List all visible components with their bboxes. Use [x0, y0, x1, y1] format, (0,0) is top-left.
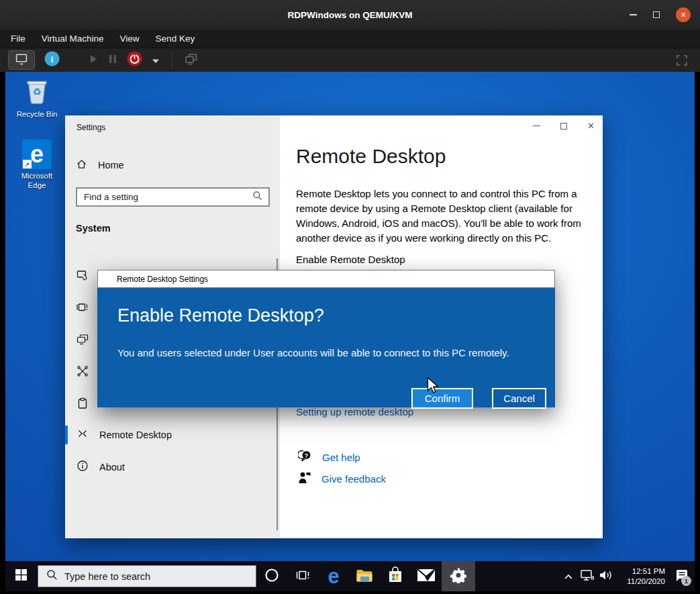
- taskbar-search-input[interactable]: [58, 571, 256, 583]
- recycle-bin-icon: ♻: [23, 95, 50, 107]
- give-feedback-row[interactable]: Give feedback: [298, 471, 386, 487]
- pause-button[interactable]: [108, 54, 117, 67]
- home-icon: [76, 158, 87, 172]
- action-center-button[interactable]: 1: [669, 561, 695, 591]
- remote-desktop-dialog: Remote Desktop Settings Enable Remote De…: [97, 270, 555, 407]
- task-view-icon: [296, 569, 309, 584]
- taskbar-clock[interactable]: 12:51 PM 11/20/2020: [617, 566, 665, 587]
- remote-desktop-icon: [77, 428, 89, 442]
- desktop-icon-microsoft-edge[interactable]: e ↗ Microsoft Edge: [15, 140, 59, 190]
- svg-text:?: ?: [305, 452, 309, 459]
- edge-icon: e ↗: [22, 140, 52, 169]
- dialog-titlebar[interactable]: Remote Desktop Settings: [97, 270, 555, 288]
- vm-maximize-icon[interactable]: [653, 11, 660, 18]
- speaker-icon: [599, 569, 613, 584]
- file-explorer-button[interactable]: [349, 561, 380, 591]
- sidebar-item-remote-desktop[interactable]: Remote Desktop: [65, 425, 280, 445]
- run-button[interactable]: [88, 54, 99, 67]
- task-view-button[interactable]: [287, 561, 318, 591]
- vm-close-icon[interactable]: ✕: [676, 7, 691, 22]
- get-help-link[interactable]: Get help: [322, 452, 360, 463]
- menu-view[interactable]: View: [120, 34, 140, 44]
- mail-icon: [417, 568, 436, 585]
- menu-file[interactable]: File: [11, 34, 26, 44]
- about-icon: [77, 460, 89, 475]
- mouse-cursor: [427, 377, 438, 396]
- sidebar-item-tablet[interactable]: [77, 269, 89, 284]
- sidebar-item-about[interactable]: About: [65, 457, 280, 477]
- displays-icon: [185, 53, 198, 68]
- console-view-button[interactable]: [8, 50, 35, 70]
- windows-taskbar: e 12:51 PM 11/20/2020: [5, 561, 695, 591]
- settings-close-icon[interactable]: ✕: [587, 121, 595, 131]
- power-icon: [127, 51, 142, 69]
- screen: RDPWindows on QEMU/KVM ✕ File Virtual Ma…: [0, 0, 700, 594]
- virtual-displays-button[interactable]: [185, 53, 198, 68]
- page-description: Remote Desktop lets you connect to and c…: [296, 187, 583, 246]
- menu-send-key[interactable]: Send Key: [156, 34, 195, 44]
- settings-taskbar-button[interactable]: [442, 561, 475, 591]
- dialog-message: You and users selected under User accoun…: [117, 347, 509, 358]
- get-help-row[interactable]: ? Get help: [298, 449, 360, 465]
- vm-minimize-icon[interactable]: [630, 14, 637, 15]
- cancel-button[interactable]: Cancel: [492, 388, 546, 409]
- search-icon: [46, 569, 58, 583]
- start-button[interactable]: [5, 561, 36, 591]
- sidebar-section-system: System: [76, 223, 111, 234]
- cortana-button[interactable]: [256, 561, 287, 591]
- play-icon: [88, 54, 99, 67]
- desktop-icon-label: Recycle Bin: [15, 109, 59, 119]
- confirm-button[interactable]: Confirm: [411, 388, 473, 409]
- page-title: Remote Desktop: [296, 145, 446, 168]
- settings-search-input[interactable]: [77, 192, 252, 202]
- enable-remote-desktop-label: Enable Remote Desktop: [296, 254, 405, 265]
- fullscreen-button[interactable]: [676, 54, 688, 69]
- shutdown-menu-button[interactable]: [152, 54, 160, 66]
- taskbar-search-box[interactable]: [38, 565, 256, 587]
- vm-menubar: File Virtual Machine View Send Key: [0, 30, 700, 48]
- folder-icon: [356, 568, 373, 585]
- shortcut-arrow-icon: ↗: [23, 160, 32, 168]
- desktop-icon-label: Microsoft Edge: [15, 171, 59, 190]
- cortana-icon: [264, 568, 279, 585]
- sidebar-item-home[interactable]: Home: [76, 158, 124, 172]
- setup-remote-desktop-link[interactable]: Setting up remote desktop: [296, 406, 413, 417]
- settings-window-title: Settings: [77, 123, 105, 132]
- svg-text:♻: ♻: [32, 87, 41, 97]
- desktop-icon-recycle-bin[interactable]: ♻ Recycle Bin: [15, 77, 59, 119]
- settings-minimize-icon[interactable]: [533, 126, 540, 127]
- edge-icon: e: [328, 566, 339, 587]
- dialog-body: Enable Remote Desktop? You and users sel…: [97, 288, 555, 407]
- notification-badge: 1: [681, 576, 691, 586]
- sidebar-item-projecting[interactable]: [77, 333, 89, 348]
- give-feedback-link[interactable]: Give feedback: [321, 473, 386, 485]
- volume-button[interactable]: [597, 561, 615, 591]
- settings-search-box[interactable]: [76, 187, 270, 207]
- dialog-title: Remote Desktop Settings: [117, 275, 208, 284]
- multitasking-icon: [77, 304, 89, 315]
- ethernet-icon: [580, 568, 595, 585]
- sidebar-item-multitasking[interactable]: [77, 301, 89, 316]
- menu-virtual-machine[interactable]: Virtual Machine: [42, 34, 104, 44]
- get-help-icon: ?: [298, 449, 312, 465]
- svg-text:i: i: [51, 54, 54, 64]
- system-tray: 12:51 PM 11/20/2020 1: [559, 561, 695, 591]
- selected-accent-bar: [65, 426, 68, 444]
- settings-maximize-icon[interactable]: [560, 123, 567, 130]
- edge-taskbar-button[interactable]: e: [318, 561, 349, 591]
- vm-titlebar[interactable]: RDPWindows on QEMU/KVM ✕: [0, 0, 700, 30]
- clock-date: 11/20/2020: [617, 577, 665, 587]
- vm-info-button[interactable]: i: [44, 51, 60, 69]
- monitor-icon: [15, 52, 28, 68]
- microsoft-store-button[interactable]: [380, 561, 411, 591]
- search-icon: [252, 191, 262, 203]
- sidebar-item-shared-experiences[interactable]: [77, 365, 89, 380]
- mail-button[interactable]: [411, 561, 442, 591]
- vm-toolbar: i: [0, 48, 700, 72]
- dropdown-caret-icon: [152, 54, 160, 66]
- network-status-button[interactable]: [578, 561, 597, 591]
- shutdown-button[interactable]: [127, 51, 142, 69]
- store-icon: [387, 566, 403, 587]
- tray-expand-button[interactable]: [559, 561, 578, 591]
- sidebar-item-clipboard[interactable]: [77, 397, 89, 412]
